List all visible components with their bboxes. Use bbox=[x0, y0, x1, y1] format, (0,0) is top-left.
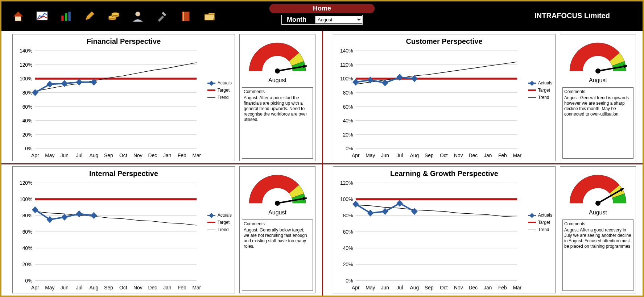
chart-icon[interactable] bbox=[36, 10, 49, 23]
home-pill[interactable]: Home bbox=[269, 4, 375, 13]
svg-text:Oct: Oct bbox=[119, 152, 127, 158]
legend-target: Target bbox=[207, 220, 232, 225]
gauge bbox=[567, 37, 629, 76]
coins-icon[interactable] bbox=[107, 10, 120, 23]
svg-text:Jul: Jul bbox=[76, 152, 83, 158]
pencil-icon[interactable] bbox=[83, 10, 96, 23]
side-panel-customer: August Comments August: General trend is… bbox=[560, 34, 636, 161]
chart-body: 0%20%40%60%80%100%120%AprMayJunJulAugSep… bbox=[14, 180, 233, 292]
gauge bbox=[567, 169, 629, 209]
svg-text:20%: 20% bbox=[343, 262, 353, 268]
svg-rect-112 bbox=[46, 216, 53, 223]
svg-text:60%: 60% bbox=[22, 229, 33, 235]
svg-text:Feb: Feb bbox=[498, 152, 507, 158]
side-panel-internal: August Comments August: Generally below … bbox=[239, 166, 315, 293]
svg-text:Jan: Jan bbox=[484, 152, 492, 158]
svg-rect-42 bbox=[46, 81, 53, 88]
svg-text:Nov: Nov bbox=[133, 152, 143, 158]
svg-text:May: May bbox=[366, 152, 375, 158]
svg-text:Jan: Jan bbox=[163, 284, 171, 290]
chart-title: Learning & Growth Perspective bbox=[335, 170, 554, 178]
side-panel-learning: August Comments August: After a good rec… bbox=[560, 166, 636, 293]
svg-text:0%: 0% bbox=[346, 278, 353, 284]
svg-rect-44 bbox=[76, 79, 82, 85]
svg-text:May: May bbox=[45, 152, 55, 158]
comments-box[interactable]: Comments August: After a good recovery i… bbox=[562, 219, 633, 291]
svg-text:Jun: Jun bbox=[381, 284, 389, 290]
svg-text:Feb: Feb bbox=[178, 284, 186, 290]
chart-title: Internal Perspective bbox=[14, 170, 233, 178]
svg-text:Nov: Nov bbox=[454, 152, 463, 158]
svg-text:Dec: Dec bbox=[148, 284, 157, 290]
chart-title: Customer Perspective bbox=[335, 37, 554, 46]
comments-box[interactable]: Comments August: Generally below target,… bbox=[242, 219, 313, 291]
home-icon[interactable] bbox=[12, 10, 25, 23]
svg-rect-4 bbox=[68, 12, 70, 21]
svg-text:Mar: Mar bbox=[192, 284, 201, 290]
svg-text:Oct: Oct bbox=[440, 152, 448, 158]
legend-trend: Trend bbox=[207, 227, 232, 232]
svg-text:120%: 120% bbox=[340, 62, 353, 68]
svg-text:Oct: Oct bbox=[119, 284, 127, 290]
svg-rect-77 bbox=[352, 79, 359, 85]
comments-box[interactable]: Comments August: General trend is upward… bbox=[562, 87, 633, 159]
legend-actuals: Actuals bbox=[528, 213, 552, 218]
comments-heading: Comments bbox=[244, 221, 311, 227]
svg-text:Jan: Jan bbox=[163, 152, 171, 158]
svg-text:Jan: Jan bbox=[484, 284, 492, 290]
svg-text:May: May bbox=[366, 284, 375, 290]
svg-text:Apr: Apr bbox=[352, 152, 360, 158]
gauge-month: August bbox=[268, 77, 286, 84]
svg-text:Jun: Jun bbox=[61, 284, 69, 290]
chart-panel-learning: Learning & Growth Perspective 0%20%40%60… bbox=[333, 166, 556, 293]
svg-rect-115 bbox=[91, 212, 97, 219]
svg-rect-148 bbox=[396, 200, 403, 207]
user-icon[interactable] bbox=[131, 10, 144, 23]
svg-text:120%: 120% bbox=[340, 180, 353, 186]
header-center: Home Month August bbox=[269, 4, 375, 25]
book-icon[interactable] bbox=[179, 10, 192, 23]
month-label: Month bbox=[282, 15, 311, 24]
toolbar-icons bbox=[1, 10, 216, 23]
svg-text:Dec: Dec bbox=[148, 152, 157, 158]
svg-text:140%: 140% bbox=[20, 48, 33, 54]
svg-text:40%: 40% bbox=[343, 118, 353, 124]
legend-actuals: Actuals bbox=[528, 80, 552, 85]
chart-body: 0%20%40%60%80%100%120%140%AprMayJunJulAu… bbox=[335, 48, 554, 160]
svg-text:Feb: Feb bbox=[178, 152, 186, 158]
svg-point-9 bbox=[136, 12, 140, 16]
svg-text:60%: 60% bbox=[343, 229, 353, 235]
legend-target: Target bbox=[528, 220, 552, 225]
comments-box[interactable]: Comments August: After a poor start the … bbox=[242, 87, 313, 159]
bars-icon[interactable] bbox=[59, 10, 73, 23]
gauge-month: August bbox=[589, 77, 607, 84]
svg-text:100%: 100% bbox=[20, 196, 33, 202]
folder-icon[interactable] bbox=[203, 10, 216, 23]
company-name: INTRAFOCUS Limited bbox=[534, 12, 610, 20]
gauge bbox=[247, 169, 308, 209]
chart-panel-internal: Internal Perspective 0%20%40%60%80%100%1… bbox=[12, 166, 235, 293]
svg-text:Dec: Dec bbox=[469, 152, 478, 158]
tools-icon[interactable] bbox=[155, 10, 168, 23]
chart-panel-customer: Customer Perspective 0%20%40%60%80%100%1… bbox=[333, 34, 556, 161]
chart-legend: Actuals Target Trend bbox=[528, 213, 552, 234]
legend-trend: Trend bbox=[528, 95, 552, 100]
svg-text:0%: 0% bbox=[25, 278, 32, 284]
month-selector-row: Month August bbox=[281, 15, 363, 25]
svg-text:60%: 60% bbox=[343, 104, 353, 110]
svg-text:120%: 120% bbox=[20, 62, 33, 68]
app-frame: Home Month August INTRAFOCUS Limited Fin… bbox=[0, 0, 644, 297]
svg-text:Apr: Apr bbox=[31, 152, 39, 158]
svg-text:80%: 80% bbox=[22, 90, 33, 96]
month-select[interactable]: August bbox=[315, 16, 362, 24]
svg-text:Jun: Jun bbox=[61, 152, 69, 158]
comments-heading: Comments bbox=[564, 221, 632, 227]
comments-heading: Comments bbox=[244, 89, 311, 95]
svg-text:Aug: Aug bbox=[90, 284, 99, 290]
svg-text:Sep: Sep bbox=[104, 152, 113, 158]
chart-legend: Actuals Target Trend bbox=[207, 80, 232, 102]
svg-text:0%: 0% bbox=[25, 146, 32, 152]
line-chart: 0%20%40%60%80%100%120%140%AprMayJunJulAu… bbox=[335, 48, 554, 160]
svg-point-117 bbox=[275, 201, 280, 206]
comments-text: August: After a poor start the financial… bbox=[244, 95, 311, 122]
